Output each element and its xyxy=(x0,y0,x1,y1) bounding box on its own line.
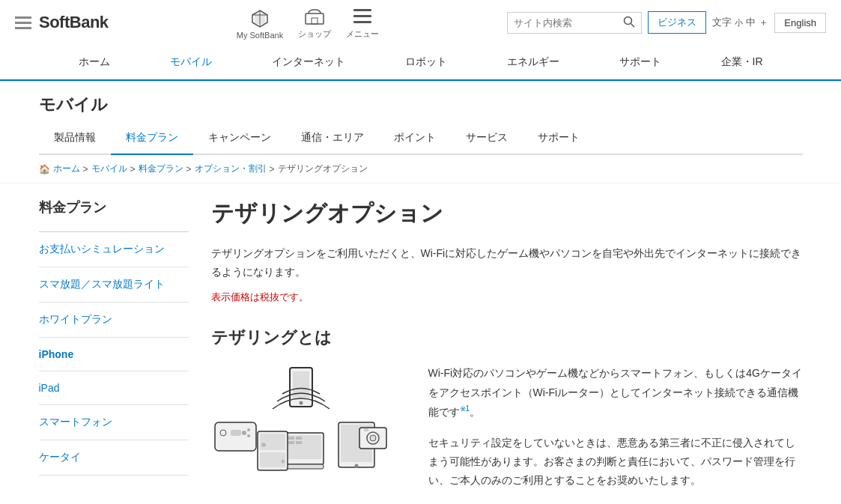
svg-point-34 xyxy=(261,443,266,447)
sub-nav-support[interactable]: サポート xyxy=(523,122,595,154)
nav-link-energy[interactable]: エネルギー xyxy=(477,45,589,79)
nav-item-home[interactable]: ホーム xyxy=(49,45,140,79)
sidebar-item-unlimited[interactable]: スマ放題／スマ放題ライト xyxy=(39,267,189,303)
sub-header-inner: モバイル 製品情報 料金プラン キャンペーン 通信・エリア ポイント サービス … xyxy=(24,82,818,155)
sidebar-title: 料金プラン xyxy=(39,198,189,216)
shop-label: ショップ xyxy=(298,28,331,40)
site-logo: SoftBank xyxy=(39,13,109,32)
text-small[interactable]: 小 xyxy=(735,17,743,28)
text-size-control: 文字 小 中 ＋ xyxy=(712,16,768,29)
sidebar-item-simulation[interactable]: お支払いシミュレーション xyxy=(39,232,189,267)
header-center-icons: My SoftBank ショップ xyxy=(237,6,379,40)
svg-rect-5 xyxy=(312,18,318,24)
nav-link-support[interactable]: サポート xyxy=(589,45,691,79)
breadcrumb-sep2: > xyxy=(130,164,136,174)
main-navigation: ホーム モバイル インターネット ロボット エネルギー サポート 企業・IR xyxy=(0,45,841,81)
sidebar-link-simulation[interactable]: お支払いシミュレーション xyxy=(39,232,189,267)
svg-point-18 xyxy=(247,434,250,437)
menu-link[interactable]: メニュー xyxy=(346,6,379,40)
header-right: ビジネス 文字 小 中 ＋ English xyxy=(507,11,826,34)
main-content: テザリングオプション テザリングオプションをご利用いただくと、Wi-Fiに対応し… xyxy=(211,183,803,504)
breadcrumb-home[interactable]: ホーム xyxy=(53,163,80,175)
svg-line-10 xyxy=(631,23,635,27)
sidebar-nav: お支払いシミュレーション スマ放題／スマ放題ライト ホワイトプラン iPhone… xyxy=(39,232,189,476)
nav-link-home[interactable]: ホーム xyxy=(49,45,140,79)
menu-label: メニュー xyxy=(346,28,379,40)
nav-item-ir[interactable]: 企業・IR xyxy=(691,45,793,79)
sub-nav-points[interactable]: ポイント xyxy=(379,122,451,154)
nav-link-ir[interactable]: 企業・IR xyxy=(691,45,793,79)
nav-item-mobile[interactable]: モバイル xyxy=(140,45,242,79)
svg-point-9 xyxy=(625,16,632,24)
text-label: 文字 xyxy=(712,16,732,29)
svg-point-41 xyxy=(370,435,376,441)
search-input[interactable] xyxy=(514,17,623,28)
sidebar-link-ipad[interactable]: iPad xyxy=(39,371,189,404)
nav-link-mobile[interactable]: モバイル xyxy=(140,45,242,79)
sidebar-link-smartphone[interactable]: スマートフォン xyxy=(39,405,189,440)
description-text-1: Wi-Fi対応のパソコンやゲーム機などからスマートフォン、もしくは4Gケータイを… xyxy=(428,367,802,417)
text-medium[interactable]: 中 xyxy=(746,16,756,29)
nav-item-robot[interactable]: ロボット xyxy=(375,45,477,79)
breadcrumb-current: テザリングオプション xyxy=(278,163,368,175)
sub-nav-plans[interactable]: 料金プラン xyxy=(111,122,193,155)
page-title: テザリングオプション xyxy=(211,198,803,229)
svg-rect-12 xyxy=(293,371,309,398)
cube-icon xyxy=(249,8,270,29)
description-text-1-end: 。 xyxy=(470,405,480,417)
breadcrumb-sep4: > xyxy=(270,164,275,174)
english-button[interactable]: English xyxy=(774,13,826,33)
sub-nav-services[interactable]: サービス xyxy=(451,122,523,154)
my-softbank-label: My SoftBank xyxy=(237,31,283,40)
shop-link[interactable]: ショップ xyxy=(298,6,331,40)
sub-nav-products[interactable]: 製品情報 xyxy=(39,122,111,154)
nav-item-support[interactable]: サポート xyxy=(589,45,691,79)
breadcrumb-sep1: > xyxy=(83,164,88,174)
menu-icon xyxy=(352,6,373,27)
nav-item-energy[interactable]: エネルギー xyxy=(477,45,589,79)
sidebar-link-iphone[interactable]: iPhone xyxy=(39,338,189,371)
svg-rect-42 xyxy=(364,428,368,431)
sidebar-link-white[interactable]: ホワイトプラン xyxy=(39,303,189,337)
breadcrumb: 🏠 ホーム > モバイル > 料金プラン > オプション・割引 > テザリングオ… xyxy=(24,155,818,183)
sidebar-item-iphone[interactable]: iPhone xyxy=(39,338,189,371)
breadcrumb-options[interactable]: オプション・割引 xyxy=(195,163,267,175)
sidebar-item-ipad[interactable]: iPad xyxy=(39,371,189,405)
svg-rect-29 xyxy=(288,441,294,444)
header: SoftBank My SoftBank xyxy=(0,0,841,82)
intro-text: テザリングオプションをご利用いただくと、Wi-Fiに対応したゲーム機やパソコンを… xyxy=(211,244,803,282)
page-wrapper: 料金プラン お支払いシミュレーション スマ放題／スマ放題ライト ホワイトプラン … xyxy=(24,183,818,504)
header-top: SoftBank My SoftBank xyxy=(0,0,841,45)
sidebar-item-keitai[interactable]: ケータイ xyxy=(39,440,189,476)
search-box[interactable] xyxy=(507,12,642,34)
breadcrumb-mobile[interactable]: モバイル xyxy=(91,163,127,175)
footnote-sup: ※1 xyxy=(460,404,470,413)
breadcrumb-home-icon: 🏠 xyxy=(39,164,50,174)
hamburger-icon xyxy=(15,16,31,29)
tethering-section: Wi-Fi対応のパソコンやゲーム機などからスマートフォン、もしくは4Gケータイを… xyxy=(211,364,803,504)
sidebar-link-keitai[interactable]: ケータイ xyxy=(39,440,189,475)
svg-rect-25 xyxy=(288,437,294,440)
breadcrumb-wrapper: 🏠 ホーム > モバイル > 料金プラン > オプション・割引 > テザリングオ… xyxy=(0,155,841,183)
sidebar-item-smartphone[interactable]: スマートフォン xyxy=(39,405,189,440)
device-illustration-area xyxy=(211,364,406,475)
search-button[interactable] xyxy=(623,16,635,30)
svg-rect-32 xyxy=(260,434,285,450)
tethering-description: Wi-Fi対応のパソコンやゲーム機などからスマートフォン、もしくは4Gケータイを… xyxy=(428,364,803,504)
my-softbank-link[interactable]: My SoftBank xyxy=(237,8,283,40)
breadcrumb-plans[interactable]: 料金プラン xyxy=(139,163,183,175)
sub-nav-coverage[interactable]: 通信・エリア xyxy=(286,122,379,154)
sidebar-item-white[interactable]: ホワイトプラン xyxy=(39,303,189,338)
sub-navigation: 製品情報 料金プラン キャンペーン 通信・エリア ポイント サービス サポート xyxy=(39,122,803,155)
business-button[interactable]: ビジネス xyxy=(648,11,706,34)
sidebar-link-unlimited[interactable]: スマ放題／スマ放題ライト xyxy=(39,267,189,302)
sub-nav-campaign[interactable]: キャンペーン xyxy=(193,122,286,154)
svg-rect-33 xyxy=(260,452,285,467)
text-large[interactable]: ＋ xyxy=(759,16,768,29)
nav-item-internet[interactable]: インターネット xyxy=(242,45,375,79)
svg-rect-14 xyxy=(215,422,256,451)
nav-link-robot[interactable]: ロボット xyxy=(375,45,477,79)
sub-header-area: モバイル 製品情報 料金プラン キャンペーン 通信・エリア ポイント サービス … xyxy=(0,82,841,155)
breadcrumb-sep3: > xyxy=(186,164,192,174)
nav-link-internet[interactable]: インターネット xyxy=(242,45,375,79)
